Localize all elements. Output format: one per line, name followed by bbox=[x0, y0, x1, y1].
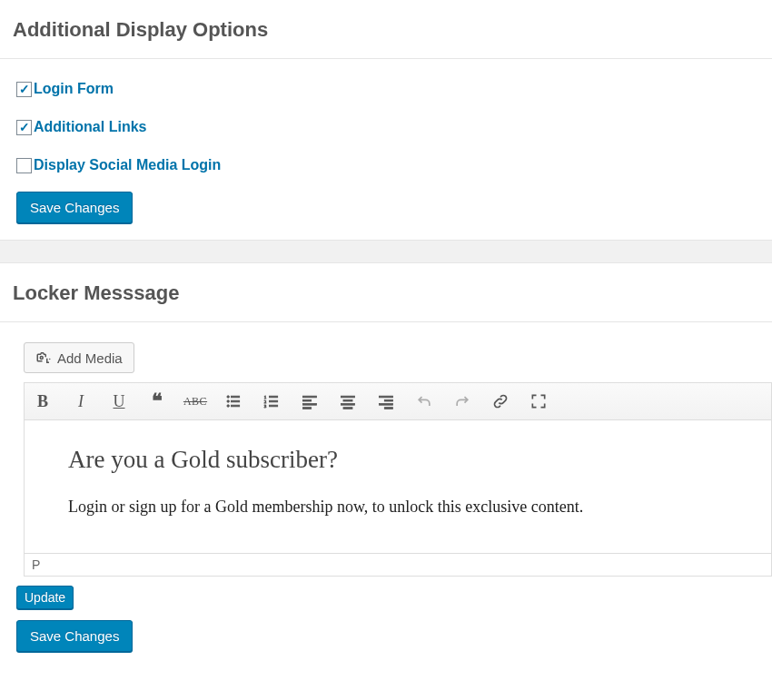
align-center-icon bbox=[339, 392, 357, 410]
checkbox-row-social-login: Display Social Media Login bbox=[0, 146, 772, 184]
svg-rect-13 bbox=[303, 399, 312, 401]
content-paragraph: Login or sign up for a Gold membership n… bbox=[68, 498, 727, 517]
bold-button[interactable]: B bbox=[32, 389, 54, 414]
checkbox-additional-links[interactable] bbox=[16, 120, 32, 135]
undo-icon bbox=[415, 392, 433, 410]
update-button[interactable]: Update bbox=[16, 586, 74, 609]
svg-point-2 bbox=[227, 405, 230, 408]
align-left-button[interactable] bbox=[299, 389, 321, 414]
svg-rect-14 bbox=[303, 404, 317, 406]
fullscreen-button[interactable] bbox=[528, 389, 549, 414]
label-login-form[interactable]: Login Form bbox=[34, 81, 114, 97]
undo-button[interactable] bbox=[413, 389, 435, 414]
label-social-login[interactable]: Display Social Media Login bbox=[34, 157, 221, 173]
svg-point-0 bbox=[227, 396, 230, 399]
checkbox-row-additional-links: Additional Links bbox=[0, 108, 772, 146]
align-left-icon bbox=[301, 392, 319, 410]
display-options-title: Additional Display Options bbox=[0, 0, 772, 59]
save-changes-button-2[interactable]: Save Changes bbox=[16, 620, 133, 652]
content-heading: Are you a Gold subscriber? bbox=[68, 446, 727, 474]
underline-button[interactable]: U bbox=[108, 389, 130, 414]
add-media-button[interactable]: Add Media bbox=[24, 342, 134, 373]
align-right-icon bbox=[377, 392, 395, 410]
redo-icon bbox=[453, 392, 471, 410]
link-icon bbox=[491, 392, 510, 410]
blockquote-button[interactable]: ❝ bbox=[146, 389, 168, 414]
locker-message-title: Locker Messsage bbox=[0, 263, 772, 322]
svg-rect-9 bbox=[270, 396, 278, 398]
svg-rect-20 bbox=[380, 396, 393, 398]
editor-toolbar: B I U ❝ ABC 123 bbox=[25, 383, 771, 420]
add-media-label: Add Media bbox=[57, 350, 123, 366]
svg-rect-19 bbox=[343, 408, 352, 409]
svg-rect-18 bbox=[341, 404, 355, 406]
checkbox-login-form[interactable] bbox=[16, 82, 32, 97]
align-center-button[interactable] bbox=[337, 389, 359, 414]
align-right-button[interactable] bbox=[375, 389, 397, 414]
checkbox-row-login-form: Login Form bbox=[0, 59, 772, 108]
rich-text-editor: B I U ❝ ABC 123 bbox=[24, 382, 772, 577]
svg-rect-16 bbox=[341, 396, 355, 398]
svg-rect-21 bbox=[384, 399, 392, 401]
svg-rect-15 bbox=[303, 408, 312, 409]
italic-button[interactable]: I bbox=[70, 389, 92, 414]
label-additional-links[interactable]: Additional Links bbox=[34, 119, 146, 135]
svg-rect-10 bbox=[270, 400, 278, 402]
svg-rect-22 bbox=[380, 404, 393, 406]
editor-content-area[interactable]: Are you a Gold subscriber? Login or sign… bbox=[25, 420, 771, 553]
svg-rect-23 bbox=[384, 408, 392, 409]
section-divider bbox=[0, 240, 772, 263]
numbered-list-icon: 123 bbox=[262, 392, 281, 410]
svg-rect-5 bbox=[232, 405, 240, 407]
redo-button[interactable] bbox=[451, 389, 473, 414]
numbered-list-button[interactable]: 123 bbox=[261, 389, 282, 414]
svg-rect-11 bbox=[270, 405, 278, 407]
fullscreen-icon bbox=[530, 392, 548, 410]
strikethrough-button[interactable]: ABC bbox=[184, 389, 206, 414]
checkbox-social-login[interactable] bbox=[16, 158, 32, 173]
bullet-list-button[interactable] bbox=[223, 389, 244, 414]
save-changes-button[interactable]: Save Changes bbox=[16, 192, 133, 223]
camera-note-icon bbox=[35, 350, 52, 366]
editor-status-path: P bbox=[25, 553, 771, 576]
svg-rect-17 bbox=[343, 399, 352, 401]
link-button[interactable] bbox=[490, 389, 511, 414]
svg-rect-3 bbox=[232, 396, 240, 398]
svg-rect-12 bbox=[303, 396, 317, 398]
svg-point-1 bbox=[227, 400, 230, 403]
svg-text:3: 3 bbox=[264, 404, 267, 409]
bullet-list-icon bbox=[224, 392, 242, 410]
svg-rect-4 bbox=[232, 400, 240, 402]
